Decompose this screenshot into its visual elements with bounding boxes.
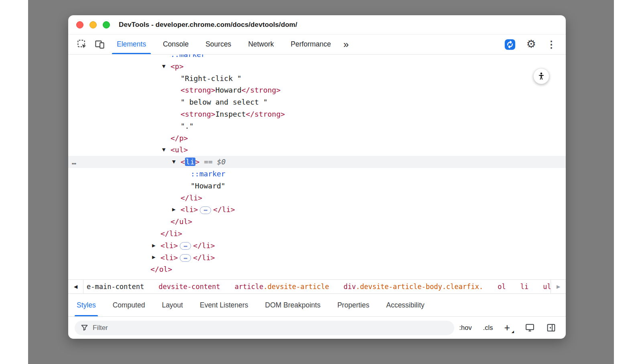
collapsed-content-icon[interactable]: … [180,242,191,250]
more-tabs-button[interactable]: » [339,34,353,54]
breadcrumb-scroll-right-button[interactable]: ▶ [551,280,566,293]
breadcrumb-item[interactable]: e-main-content [85,281,146,292]
tree-line[interactable]: ▶<li>…</li> [68,252,566,264]
styles-toolbar-controls: :hov .cls +◢ [459,323,556,333]
new-style-rule-button[interactable]: +◢ [504,323,514,333]
breadcrumb-part: e-main-content [87,283,144,291]
tree-line[interactable]: </ul> [68,216,566,228]
breadcrumb-part: devsite-content [158,283,220,291]
tab-network[interactable]: Network [240,34,282,54]
tab-elements[interactable]: Elements [108,34,154,54]
close-window-button[interactable] [76,21,83,28]
code-token: <strong> [181,110,215,118]
screenshot-canvas: DevTools - developer.chrome.com/docs/dev… [0,0,642,364]
code-token: <p> [171,62,184,71]
tree-lines: ::marker▼<p>"Right-click "<strong>Howard… [68,55,566,275]
tree-line[interactable]: "Right-click " [68,73,566,85]
collapsed-content-icon[interactable]: … [180,254,191,262]
code-token: Inspect [215,110,246,118]
breadcrumb-part: ol [498,283,506,291]
code-token: </li> [181,194,202,202]
collapsed-content-icon[interactable]: … [200,206,211,214]
breadcrumb-item[interactable]: ul [541,281,551,292]
sync-arrows-icon [504,38,516,51]
code-token: <li> [160,241,178,250]
tab-layout[interactable]: Layout [153,294,191,316]
styles-filter-bar: :hov .cls +◢ [68,317,566,339]
toggle-element-state-button[interactable]: :hov [459,324,471,332]
breadcrumb-item[interactable]: li [518,281,530,292]
tab-performance[interactable]: Performance [282,34,339,54]
tree-line[interactable]: ▶<li>…</li> [68,204,566,216]
breadcrumb-part: .devsite-article-body.clearfix. [356,283,483,291]
tab-styles[interactable]: Styles [68,294,104,316]
breadcrumb-item[interactable]: devsite-content [156,281,222,292]
toggle-sidebar-button[interactable] [546,323,556,333]
tree-line[interactable]: ::marker [68,55,566,61]
expand-arrow-down-icon[interactable]: ▼ [162,61,165,73]
dom-tree: ::marker▼<p>"Right-click "<strong>Howard… [68,55,566,279]
code-token: </li> [160,229,182,238]
tree-line[interactable]: "." [68,120,566,132]
expand-arrow-right-icon[interactable]: ▶ [152,240,155,252]
code-token: <li> [181,205,198,214]
tab-computed[interactable]: Computed [104,294,154,316]
code-token: > [195,158,200,166]
tab-properties[interactable]: Properties [329,294,378,316]
expand-arrow-down-icon[interactable]: ▼ [162,144,165,156]
tree-line[interactable]: ▶<li>…</li> [68,240,566,252]
expand-arrow-right-icon[interactable]: ▶ [152,252,155,264]
filter-input[interactable] [93,324,449,332]
device-toolbar-icon [94,39,105,50]
breadcrumb-scroll-left-button[interactable]: ◀ [68,280,83,293]
plus-icon: + [504,322,510,333]
breadcrumb-part: li [520,283,528,291]
tab-event-listeners[interactable]: Event Listeners [191,294,257,316]
code-token: "Howard" [191,182,226,190]
tree-line[interactable]: <strong>Howard</strong> [68,84,566,96]
dropdown-corner-icon: ◢ [512,330,514,334]
tree-line[interactable]: "Howard" [68,180,566,192]
breadcrumb-part: article [235,283,264,291]
tab-accessibility[interactable]: Accessibility [378,294,433,316]
expand-arrow-down-icon[interactable]: ▼ [172,156,175,168]
code-token: <li> [160,253,178,262]
inspect-element-button[interactable] [73,34,91,54]
tree-line[interactable]: ::marker [68,168,566,180]
code-token: "Right-click " [181,74,242,83]
tree-line[interactable]: </li> [68,192,566,204]
breadcrumb-item[interactable]: article.devsite-article [233,281,331,292]
expand-arrow-right-icon[interactable]: ▶ [172,204,175,216]
tree-line[interactable]: ▼<ul> [68,144,566,156]
rendering-emulation-button[interactable] [525,323,535,333]
breadcrumb-item[interactable]: div.devsite-article-body.clearfix. [341,281,485,292]
tree-line[interactable]: </p> [68,132,566,144]
tree-line[interactable]: ▼<p> [68,61,566,73]
code-token: ::marker [191,170,226,178]
breadcrumb-item[interactable]: ol [496,281,508,292]
accessibility-overlay-button[interactable] [533,68,549,84]
sidebar-tabs: StylesComputedLayoutEvent ListenersDOM B… [68,294,566,317]
settings-gear-button[interactable]: ⚙ [526,39,536,50]
tree-line[interactable]: <strong>Inspect</strong> [68,108,566,120]
tree-line[interactable]: ▼…<li> == $0 [68,156,566,168]
toggle-classes-button[interactable]: .cls [483,324,493,332]
overflow-ellipsis-icon[interactable]: … [72,156,77,168]
tab-console[interactable]: Console [154,34,197,54]
menu-kebab-button[interactable]: ⋮ [547,40,556,49]
tree-line[interactable]: </li> [68,228,566,240]
code-token: </li> [213,205,235,214]
tree-line[interactable]: </ol> [68,263,566,275]
tab-dom-breakpoints[interactable]: DOM Breakpoints [257,294,329,316]
device-toolbar-button[interactable] [91,34,108,54]
zoom-window-button[interactable] [103,21,110,28]
minimize-window-button[interactable] [89,21,97,28]
devtools-toolbar: ElementsConsoleSourcesNetworkPerformance… [68,34,566,55]
window-titlebar: DevTools - developer.chrome.com/docs/dev… [68,15,566,34]
code-token: </li> [193,241,215,250]
tab-sources[interactable]: Sources [197,34,240,54]
breadcrumb-part: div [343,283,356,291]
devtools-window: DevTools - developer.chrome.com/docs/dev… [68,15,566,339]
tree-line[interactable]: " below and select " [68,96,566,108]
sync-badge-button[interactable] [504,38,516,51]
